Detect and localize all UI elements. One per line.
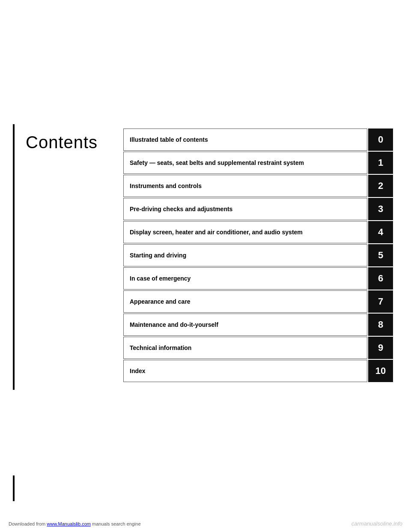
- toc-item-number: 8: [368, 314, 393, 336]
- toc-item-label: Starting and driving: [123, 244, 367, 266]
- toc-item-number: 3: [368, 198, 393, 220]
- toc-item-number: 5: [368, 244, 393, 266]
- toc-row[interactable]: Technical information9: [123, 337, 393, 359]
- toc-item-number: 10: [368, 360, 393, 382]
- toc-row[interactable]: Illustrated table of contents0: [123, 129, 393, 151]
- page-container: Contents Illustrated table of contents0S…: [0, 0, 411, 532]
- bottom-margin-bar: [13, 475, 15, 501]
- toc-row[interactable]: Safety — seats, seat belts and supplemen…: [123, 152, 393, 174]
- toc-item-label: In case of emergency: [123, 267, 367, 290]
- toc-item-label: Illustrated table of contents: [123, 129, 367, 151]
- toc-item-number: 1: [368, 152, 393, 174]
- toc-item-number: 7: [368, 290, 393, 313]
- page-title: Contents: [26, 133, 98, 152]
- toc-item-label: Display screen, heater and air condition…: [123, 221, 367, 243]
- toc-row[interactable]: In case of emergency6: [123, 267, 393, 290]
- toc-item-number: 9: [368, 337, 393, 359]
- footer-left: Downloaded from www.Manualslib.com manua…: [9, 521, 141, 526]
- left-margin-bar: [13, 124, 15, 390]
- toc-row[interactable]: Display screen, heater and air condition…: [123, 221, 393, 243]
- toc-container: Illustrated table of contents0Safety — s…: [123, 129, 393, 383]
- footer-download-text: Downloaded from: [9, 521, 45, 526]
- toc-item-label: Index: [123, 360, 367, 382]
- toc-item-label: Appearance and care: [123, 290, 367, 313]
- toc-item-number: 4: [368, 221, 393, 243]
- toc-row[interactable]: Starting and driving5: [123, 244, 393, 266]
- page-footer: Downloaded from www.Manualslib.com manua…: [0, 520, 411, 527]
- toc-row[interactable]: Appearance and care7: [123, 290, 393, 313]
- footer-logo: carmanualsoline.info: [351, 520, 402, 527]
- toc-item-label: Instruments and controls: [123, 175, 367, 197]
- toc-item-number: 0: [368, 129, 393, 151]
- footer-link[interactable]: www.Manualslib.com: [47, 521, 91, 526]
- toc-item-label: Technical information: [123, 337, 367, 359]
- toc-item-label: Maintenance and do-it-yourself: [123, 314, 367, 336]
- toc-row[interactable]: Instruments and controls2: [123, 175, 393, 197]
- footer-right-text: manuals search engine: [92, 521, 141, 526]
- toc-item-number: 2: [368, 175, 393, 197]
- toc-row[interactable]: Maintenance and do-it-yourself8: [123, 314, 393, 336]
- toc-item-label: Safety — seats, seat belts and supplemen…: [123, 152, 367, 174]
- toc-row[interactable]: Pre-driving checks and adjustments3: [123, 198, 393, 220]
- toc-row[interactable]: Index10: [123, 360, 393, 382]
- toc-item-number: 6: [368, 267, 393, 290]
- toc-item-label: Pre-driving checks and adjustments: [123, 198, 367, 220]
